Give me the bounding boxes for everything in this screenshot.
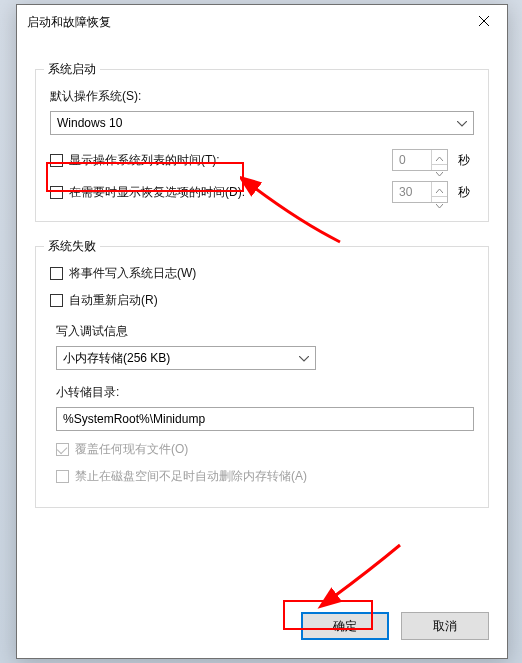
spinner-up[interactable] — [432, 150, 447, 165]
spinner-down[interactable] — [432, 197, 447, 211]
auto-restart-label: 自动重新启动(R) — [69, 292, 158, 309]
dialog-title: 启动和故障恢复 — [27, 14, 461, 31]
show-recovery-checkbox[interactable] — [50, 186, 63, 199]
chevron-up-icon — [436, 182, 443, 196]
spinner-up[interactable] — [432, 182, 447, 197]
write-event-checkbox[interactable] — [50, 267, 63, 280]
default-os-label: 默认操作系统(S): — [50, 88, 141, 105]
close-button[interactable] — [461, 6, 507, 38]
spinner-buttons — [431, 150, 447, 170]
spinner-buttons — [431, 182, 447, 202]
show-recovery-value: 30 — [393, 182, 431, 202]
cancel-label: 取消 — [433, 618, 457, 635]
dialog-body: 系统启动 默认操作系统(S): Windows 10 显示操作系统列表的时间(T… — [17, 39, 507, 658]
auto-restart-checkbox[interactable] — [50, 294, 63, 307]
seconds-unit: 秒 — [458, 184, 474, 201]
dump-dir-input[interactable]: %SystemRoot%\Minidump — [56, 407, 474, 431]
show-recovery-label: 在需要时显示恢复选项的时间(D): — [69, 184, 245, 201]
debug-info-label: 写入调试信息 — [56, 323, 128, 340]
chevron-down-icon — [436, 197, 443, 211]
dialog-buttons: 确定 取消 — [301, 612, 489, 640]
startup-recovery-dialog: 启动和故障恢复 系统启动 默认操作系统(S): Windows 10 显示操作系… — [16, 4, 508, 659]
chevron-down-icon — [457, 116, 467, 130]
default-os-select[interactable]: Windows 10 — [50, 111, 474, 135]
overwrite-checkbox — [56, 443, 69, 456]
system-fail-group: 系统失败 将事件写入系统日志(W) 自动重新启动(R) 写入调试信息 小内存转储… — [35, 246, 489, 508]
chevron-down-icon — [436, 165, 443, 179]
disable-autodel-label: 禁止在磁盘空间不足时自动删除内存转储(A) — [75, 468, 307, 485]
default-os-value: Windows 10 — [57, 116, 122, 130]
cancel-button[interactable]: 取消 — [401, 612, 489, 640]
show-os-list-value: 0 — [393, 150, 431, 170]
dump-dir-label: 小转储目录: — [56, 384, 119, 401]
show-os-list-label: 显示操作系统列表的时间(T): — [69, 152, 220, 169]
dump-dir-value: %SystemRoot%\Minidump — [63, 412, 205, 426]
chevron-up-icon — [436, 150, 443, 164]
show-recovery-spinner[interactable]: 30 — [392, 181, 448, 203]
close-icon — [479, 15, 489, 29]
titlebar: 启动和故障恢复 — [17, 5, 507, 39]
seconds-unit: 秒 — [458, 152, 474, 169]
spinner-down[interactable] — [432, 165, 447, 179]
write-event-label: 将事件写入系统日志(W) — [69, 265, 196, 282]
ok-button[interactable]: 确定 — [301, 612, 389, 640]
dump-type-value: 小内存转储(256 KB) — [63, 350, 170, 367]
disable-autodel-checkbox — [56, 470, 69, 483]
system-fail-title: 系统失败 — [44, 238, 100, 255]
show-os-list-checkbox[interactable] — [50, 154, 63, 167]
dump-type-select[interactable]: 小内存转储(256 KB) — [56, 346, 316, 370]
overwrite-label: 覆盖任何现有文件(O) — [75, 441, 188, 458]
system-start-group: 系统启动 默认操作系统(S): Windows 10 显示操作系统列表的时间(T… — [35, 69, 489, 222]
ok-label: 确定 — [333, 618, 357, 635]
system-start-title: 系统启动 — [44, 61, 100, 78]
chevron-down-icon — [299, 351, 309, 365]
show-os-list-spinner[interactable]: 0 — [392, 149, 448, 171]
